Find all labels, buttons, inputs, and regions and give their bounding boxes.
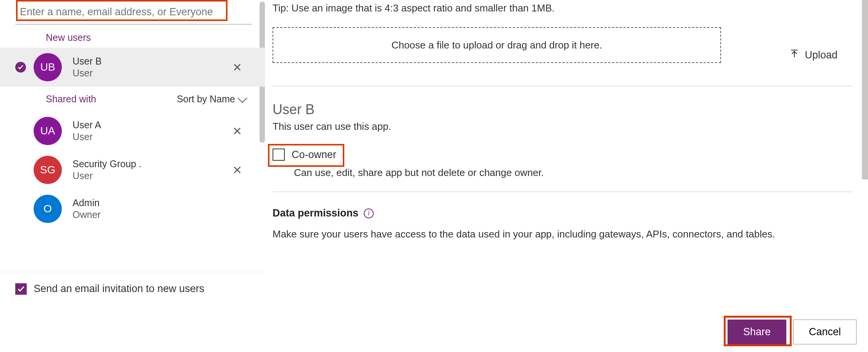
email-invite-label: Send an email invitation to new users xyxy=(34,283,204,295)
user-row[interactable]: SG Security Group . User ✕ xyxy=(0,150,265,189)
coowner-checkbox[interactable] xyxy=(273,149,285,161)
check-icon xyxy=(15,62,26,73)
selected-user-name: User B xyxy=(273,102,853,118)
email-invite-row: Send an email invitation to new users xyxy=(0,272,265,305)
upload-label: Upload xyxy=(805,49,837,61)
user-role: User xyxy=(73,68,225,79)
details-panel: Tip: Use an image that is 4:3 aspect rat… xyxy=(265,0,868,305)
avatar: UA xyxy=(34,117,62,145)
user-role: User xyxy=(73,170,225,181)
user-row[interactable]: UA User A User ✕ xyxy=(0,111,265,150)
sort-button[interactable]: Sort by Name xyxy=(177,94,246,105)
upload-icon xyxy=(789,49,799,61)
info-icon[interactable]: i xyxy=(364,208,374,218)
user-row[interactable]: O Admin Owner xyxy=(0,189,265,228)
user-role: User xyxy=(73,131,225,142)
user-row-selected[interactable]: UB User B User ✕ xyxy=(0,48,265,87)
avatar: SG xyxy=(34,156,62,184)
user-name: User B xyxy=(73,56,225,67)
right-scrollbar[interactable] xyxy=(862,0,868,179)
avatar: UB xyxy=(34,53,62,81)
email-invite-checkbox[interactable] xyxy=(15,283,27,295)
remove-icon[interactable]: ✕ xyxy=(225,61,250,74)
coowner-desc: Can use, edit, share app but not delete … xyxy=(294,167,853,179)
data-permissions-heading: Data permissions xyxy=(273,207,358,219)
people-panel: New users UB User B User ✕ Shared with S… xyxy=(0,0,265,305)
tip-text: Tip: Use an image that is 4:3 aspect rat… xyxy=(273,2,853,14)
user-name: User A xyxy=(73,119,225,131)
divider xyxy=(273,86,853,86)
divider xyxy=(273,192,853,192)
search-input[interactable] xyxy=(15,3,229,21)
avatar: O xyxy=(34,195,62,223)
upload-dropzone[interactable]: Choose a file to upload or drag and drop… xyxy=(273,27,721,63)
cancel-button[interactable]: Cancel xyxy=(793,320,857,344)
user-name: Security Group . xyxy=(73,158,225,170)
selected-user-desc: This user can use this app. xyxy=(273,121,853,132)
upload-button[interactable]: Upload xyxy=(789,49,837,61)
shared-with-heading: Shared with xyxy=(46,94,96,105)
chevron-down-icon xyxy=(237,93,247,103)
remove-icon[interactable]: ✕ xyxy=(225,163,250,177)
new-users-heading: New users xyxy=(0,24,265,48)
dialog-buttons: Share Cancel xyxy=(728,320,857,344)
sort-label: Sort by Name xyxy=(177,94,235,105)
user-name: Admin xyxy=(73,197,250,208)
user-role: Owner xyxy=(73,209,250,220)
data-permissions-desc: Make sure your users have access to the … xyxy=(273,228,853,240)
coowner-label: Co-owner xyxy=(292,149,336,161)
share-button[interactable]: Share xyxy=(728,320,786,344)
remove-icon[interactable]: ✕ xyxy=(225,124,250,138)
